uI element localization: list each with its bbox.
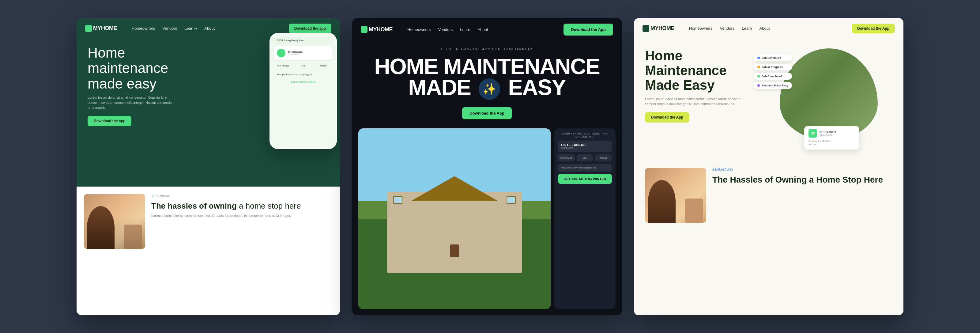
bottom-subhead-3: SUBHEAD: [712, 168, 883, 172]
hero-headline-1: Home maintenance made easy: [88, 45, 180, 92]
phone-footer-cta: Get ahead this winter: [274, 81, 332, 83]
hero-body-3: Lorem ipsum dolor sit amet consectetur. …: [645, 97, 749, 107]
card-3: MYHOME Homeowners Vendors Learn About Do…: [634, 18, 904, 315]
phone-company-name: OK Cleaners: [288, 51, 302, 53]
company-sub-2: CLEANING: [561, 147, 609, 150]
ok-cleaners-est: Est. $95: [808, 143, 855, 146]
nav-links-1: Homeowners Vendors Learn About: [132, 26, 280, 30]
logo-icon-3: [643, 25, 649, 32]
nav-homeowners-2[interactable]: Homeowners: [407, 27, 431, 32]
ok-cleaners-header: OK OK Cleaners CLEANING: [808, 129, 855, 137]
company-name-2: OK CLEANERS: [561, 143, 609, 147]
logo-3: MYHOME: [643, 25, 675, 32]
bottom-body-1: Lorem ipsum dolor sit amet consectetur. …: [151, 213, 332, 218]
card-3-right: Job Scheduled Job in Progress Job Comple…: [755, 48, 878, 153]
card-2-action-grid: Post new job Chat Market: [558, 155, 612, 161]
card-2-images: EVERYTHING YOU NEED IN A SINGLE APP OK C…: [352, 128, 622, 315]
screenshots-container: MYHOME Homeowners Vendors Learn About Do…: [0, 6, 980, 328]
action-market: Market: [595, 155, 612, 161]
badge-dot-blue: [757, 57, 760, 59]
card-1-hero: Home maintenance made easy Lorem ipsum d…: [76, 39, 340, 126]
nav-cta-2[interactable]: Download the App: [563, 24, 613, 35]
house-body: [387, 191, 522, 272]
check-icon-1: ✓: [151, 194, 154, 198]
subhead-badge-1: ✓ Subhead: [151, 194, 332, 198]
card-3-image: [645, 168, 706, 223]
badge-dot-purple: [757, 84, 760, 87]
card-3-bottom-text: SUBHEAD The Hassles of Owning a Home Sto…: [712, 168, 883, 185]
room-person-3: [648, 180, 676, 223]
logo-1: MYHOME: [85, 25, 117, 32]
card-2-hero: ✦ THE ALL-IN-ONE APP FOR HOMEOWNERS HOME…: [352, 41, 622, 128]
hero-cta-2[interactable]: Download the App: [462, 107, 512, 119]
action-new-job: Post new job: [558, 155, 575, 161]
badge-dot-green: [757, 75, 760, 78]
hero-cta-3[interactable]: Download the App: [645, 112, 689, 123]
nav-about-3[interactable]: About: [759, 26, 770, 30]
card-2-house-photo: [358, 128, 550, 309]
phone-address-bar: 5234 Straightway Ave: [274, 37, 332, 44]
nav-vendors-1[interactable]: Vendors: [162, 26, 177, 30]
card-2-phone-cta: GET AHEAD THIS WINTER: [558, 174, 612, 184]
star-icon-2: ✦: [440, 47, 443, 51]
hero-body-1: Lorem ipsum dolor sit amet consectetur. …: [88, 95, 173, 110]
card-2: MYHOME Homeowners Vendors Learn About Do…: [352, 18, 622, 315]
nav-vendors-3[interactable]: Vendors: [720, 26, 735, 30]
nav-cta-3[interactable]: Download the App: [852, 24, 895, 33]
badge-job-completed: Job Completed: [754, 73, 792, 80]
phone-mockup-1: 5234 Straightway Ave OK Cleaners CLEANIN…: [269, 33, 337, 149]
phone-action-chat: Chat: [294, 63, 312, 69]
nav-links-3: Homeowners Vendors Learn About: [689, 26, 843, 30]
bottom-heading-3: The Hassles of Owning a Home Stop Here: [712, 175, 883, 185]
badge-job-progress: Job in Progress: [754, 64, 792, 70]
card-2-nav: MYHOME Homeowners Vendors Learn About Do…: [352, 18, 622, 41]
ok-cleaners-icon: OK: [808, 129, 817, 137]
card-3-nav: MYHOME Homeowners Vendors Learn About Do…: [634, 18, 904, 39]
nav-about-1[interactable]: About: [204, 26, 215, 30]
phone-actions: Post new job Chat Mapler: [274, 63, 332, 69]
nav-vendors-2[interactable]: Vendors: [438, 27, 453, 32]
tagline-text: THE ALL-IN-ONE APP FOR HOMEOWNERS: [445, 47, 534, 51]
house-illustration-2: [358, 128, 550, 309]
nav-homeowners-3[interactable]: Homeowners: [689, 26, 713, 30]
house-roof: [412, 176, 497, 201]
room-person-1: [87, 206, 115, 249]
badge-payment: Payment Made Easy: [754, 82, 792, 89]
card-3-hero-text: Home Maintenance Made Easy Lorem ipsum d…: [645, 48, 749, 123]
logo-2: MYHOME: [361, 26, 393, 33]
nav-learn-1[interactable]: Learn: [185, 26, 197, 30]
action-chat: Chat: [577, 155, 593, 161]
hero-cta-1[interactable]: Download the app: [88, 116, 131, 126]
card-3-hero: Home Maintenance Made Easy Lorem ipsum d…: [634, 39, 904, 162]
room-chair-1: [124, 225, 142, 249]
card-2-company: OK CLEANERS CLEANING: [558, 140, 612, 152]
card-3-bottom: SUBHEAD The Hassles of Owning a Home Sto…: [634, 162, 904, 315]
room-chair-3: [685, 199, 703, 223]
card-1: MYHOME Homeowners Vendors Learn About Do…: [76, 18, 340, 315]
card-1-bottom-text: ✓ Subhead The hassles of owning a home s…: [151, 194, 332, 218]
phone-action-new-job: Post new job: [274, 63, 292, 69]
nav-cta-1[interactable]: Download the app: [289, 24, 331, 33]
logo-icon-1: [85, 25, 92, 32]
ok-cleaners-card: OK OK Cleaners CLEANING October 1 • 11:0…: [804, 126, 859, 149]
phone-action-mapler: Mapler: [314, 63, 332, 69]
phone-card-icon: [277, 49, 285, 57]
card-2-chat-bubble: Yes, post a new landscaping job: [558, 164, 612, 172]
bottom-heading-1: The hassles of owning a home stop here: [151, 201, 332, 211]
hero-headline-2: HOME MAINTENANCEMADE ✨ EASY: [364, 56, 609, 100]
house-door: [450, 244, 459, 257]
nav-learn-2[interactable]: Learn: [460, 27, 470, 32]
logo-icon-2: [361, 26, 368, 33]
ok-cleaners-date: October 1 • 11:00am: [808, 139, 855, 143]
card-1-top: MYHOME Homeowners Vendors Learn About Do…: [76, 18, 340, 186]
house-window-right: [506, 196, 516, 204]
phone-card-ok-cleaners: OK Cleaners CLEANING: [274, 46, 332, 60]
nav-homeowners-1[interactable]: Homeowners: [132, 26, 155, 30]
phone-screen-1: 5234 Straightway Ave OK Cleaners CLEANIN…: [270, 33, 336, 148]
card-1-bottom: ✓ Subhead The hassles of owning a home s…: [76, 186, 340, 315]
badge-dot-yellow: [757, 66, 760, 69]
nav-about-2[interactable]: About: [478, 27, 488, 32]
nav-learn-3[interactable]: Learn: [742, 26, 752, 30]
ok-cleaners-type: CLEANING: [819, 134, 836, 136]
subhead-label-1: Subhead: [156, 194, 170, 198]
